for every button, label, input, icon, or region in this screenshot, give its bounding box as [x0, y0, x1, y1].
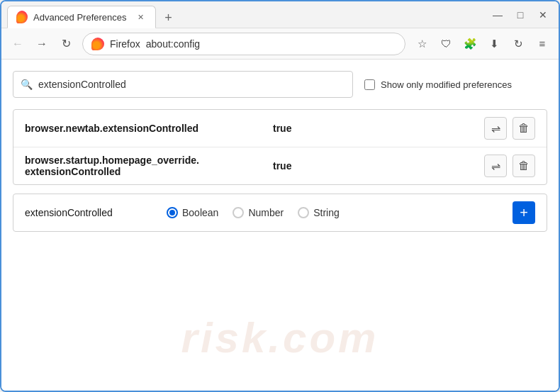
preferences-table: browser.newtab.extensionControlled true …: [13, 109, 547, 185]
boolean-label: Boolean: [182, 207, 218, 218]
nav-bar: ← → ↻ Firefox about:config ☆ 🛡 🧩 ⬇ ↻ ≡: [1, 28, 559, 60]
swap-button-2[interactable]: ⇌: [484, 155, 507, 177]
boolean-option[interactable]: Boolean: [167, 207, 218, 218]
browser-window: Advanced Preferences ✕ + — □ ✕ ← → ↻ Fir…: [0, 0, 560, 392]
menu-icon[interactable]: ≡: [532, 33, 553, 55]
number-radio-circle[interactable]: [233, 207, 244, 218]
show-modified-checkbox-row[interactable]: Show only modified preferences: [364, 79, 512, 90]
swap-button-1[interactable]: ⇌: [484, 117, 507, 140]
tab-favicon: [16, 11, 28, 23]
pref-name-2: browser.startup.homepage_override. exten…: [25, 155, 273, 177]
new-pref-name: extensionControlled: [25, 207, 167, 218]
firefox-icon: [91, 38, 104, 50]
new-tab-button[interactable]: +: [159, 8, 179, 28]
show-modified-label: Show only modified preferences: [381, 79, 512, 90]
pref-actions-1: ⇌ 🗑: [484, 117, 535, 140]
tab-title: Advanced Preferences: [33, 12, 127, 23]
table-row: browser.startup.homepage_override. exten…: [13, 147, 547, 184]
forward-button[interactable]: →: [31, 33, 52, 55]
new-preference-row: extensionControlled Boolean Number Strin…: [13, 194, 547, 232]
active-tab[interactable]: Advanced Preferences ✕: [7, 6, 156, 28]
title-bar: Advanced Preferences ✕ + — □ ✕: [1, 1, 559, 28]
back-button[interactable]: ←: [7, 33, 28, 55]
number-option[interactable]: Number: [233, 207, 284, 218]
preference-search-box[interactable]: 🔍: [13, 71, 353, 98]
sync-icon[interactable]: ↻: [508, 33, 529, 55]
pref-actions-2: ⇌ 🗑: [484, 155, 535, 177]
window-controls: — □ ✕: [488, 5, 553, 25]
delete-button-2[interactable]: 🗑: [513, 155, 535, 177]
search-icon: 🔍: [21, 79, 33, 90]
close-button[interactable]: ✕: [533, 5, 553, 25]
string-radio-circle[interactable]: [298, 207, 309, 218]
add-preference-button[interactable]: +: [513, 201, 535, 224]
reload-button[interactable]: ↻: [55, 33, 77, 55]
table-row: browser.newtab.extensionControlled true …: [13, 110, 547, 147]
string-label: String: [313, 207, 340, 218]
firefox-favicon-icon: [16, 11, 28, 23]
bookmark-icon[interactable]: ☆: [411, 33, 432, 55]
shield-icon[interactable]: 🛡: [435, 33, 457, 55]
address-bar[interactable]: Firefox about:config: [82, 33, 405, 55]
nav-right-icons: ☆ 🛡 🧩 ⬇ ↻ ≡: [411, 33, 553, 55]
boolean-radio-dot: [169, 210, 175, 215]
type-options: Boolean Number String: [167, 207, 513, 218]
pref-value-1: true: [273, 123, 484, 134]
pref-value-2: true: [273, 160, 484, 172]
tab-strip: Advanced Preferences ✕ +: [7, 1, 482, 28]
string-option[interactable]: String: [298, 207, 340, 218]
boolean-radio-circle[interactable]: [167, 207, 178, 218]
search-row: 🔍 Show only modified preferences: [13, 71, 547, 98]
watermark: risk.com: [181, 313, 379, 362]
show-modified-checkbox[interactable]: [364, 79, 375, 90]
url-text[interactable]: about:config: [146, 38, 200, 50]
extension-icon[interactable]: 🧩: [459, 33, 481, 55]
page-content: risk.com 🔍 Show only modified preference…: [1, 60, 559, 391]
search-input[interactable]: [38, 79, 345, 90]
number-label: Number: [248, 207, 284, 218]
download-icon[interactable]: ⬇: [483, 33, 505, 55]
pref-name-1: browser.newtab.extensionControlled: [25, 123, 273, 134]
tab-close-button[interactable]: ✕: [135, 11, 147, 23]
delete-button-1[interactable]: 🗑: [513, 117, 535, 140]
minimize-button[interactable]: —: [488, 5, 508, 25]
maximize-button[interactable]: □: [510, 5, 530, 25]
browser-label: Firefox: [110, 38, 140, 50]
